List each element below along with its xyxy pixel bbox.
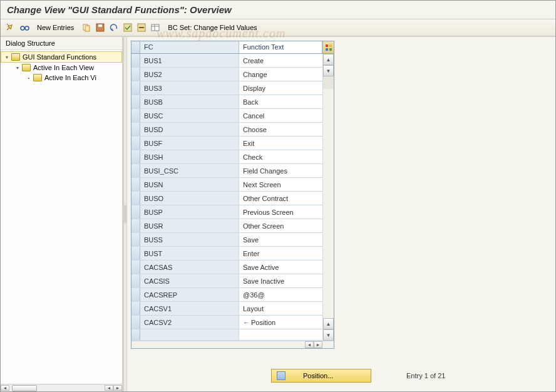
scroll-up-icon[interactable]: ▲ (323, 54, 334, 65)
grid-hscroll[interactable]: ◄ ► (131, 341, 334, 348)
cell-fc[interactable]: BUSI_CSC (140, 164, 239, 177)
table-row[interactable]: BUS2Change (131, 68, 334, 81)
table-row[interactable]: BUSBBack (131, 95, 334, 109)
table-row[interactable]: BUSOOther Contract (131, 192, 334, 205)
table-row[interactable]: CACSASSave Active (131, 260, 334, 274)
table-row[interactable]: BUSNNext Screen (131, 178, 334, 192)
row-selector[interactable] (131, 81, 140, 95)
table-settings-icon[interactable] (150, 23, 160, 33)
row-selector[interactable] (131, 164, 140, 177)
undo-icon[interactable] (109, 23, 119, 33)
cell-function-text[interactable]: Save Active (239, 260, 334, 274)
cell-function-text[interactable]: Field Changes (239, 164, 334, 177)
table-row[interactable]: BUSCCancel (131, 109, 334, 123)
row-selector[interactable] (131, 123, 140, 136)
table-row[interactable]: BUSHCheck (131, 150, 334, 164)
cell-fc[interactable]: BUSH (140, 150, 239, 163)
cell-fc[interactable]: BUS1 (140, 54, 239, 67)
row-selector[interactable] (131, 219, 140, 232)
cell-fc[interactable]: BUSR (140, 219, 239, 232)
cell-function-text[interactable]: Save (239, 233, 334, 246)
cell-function-text[interactable]: Check (239, 150, 334, 163)
copy-icon[interactable] (81, 23, 91, 33)
row-selector[interactable] (131, 178, 140, 191)
row-selector[interactable] (131, 233, 140, 246)
table-row[interactable]: BUSSSave (131, 233, 334, 247)
table-row[interactable]: BUSROther Screen (131, 219, 334, 233)
select-all-icon[interactable] (123, 23, 133, 33)
row-selector[interactable] (131, 288, 140, 301)
row-selector[interactable] (131, 137, 140, 150)
tree-node[interactable]: •Active In Each Vi (1, 73, 122, 83)
cell-fc[interactable]: BUSD (140, 123, 239, 136)
row-selector[interactable] (131, 68, 140, 81)
table-row[interactable]: BUS1Create (131, 54, 334, 68)
cell-fc[interactable]: BUSS (140, 233, 239, 246)
position-button[interactable]: Position... (271, 369, 371, 383)
scroll-down-icon[interactable]: ▼ (323, 329, 334, 341)
row-selector[interactable] (131, 316, 140, 329)
cell-fc[interactable]: BUSN (140, 178, 239, 191)
cell-fc[interactable]: BUSC (140, 109, 239, 122)
tree-node[interactable]: ▾Active In Each View (1, 63, 122, 73)
scroll-right-icon[interactable]: ► (314, 341, 322, 348)
cell-function-text[interactable]: Save Inactive (239, 274, 334, 287)
cell-function-text[interactable]: Other Contract (239, 192, 334, 205)
scroll-down-icon[interactable]: ▼ (323, 65, 334, 76)
row-selector[interactable] (131, 247, 140, 260)
cell-function-text[interactable]: ←Position (239, 316, 334, 329)
cell-fc[interactable]: BUSO (140, 192, 239, 205)
cell-function-text[interactable]: @36@ (239, 288, 334, 301)
row-selector[interactable] (131, 260, 140, 274)
cell-function-text[interactable]: Choose (239, 123, 334, 136)
cell-function-text[interactable]: Next Screen (239, 178, 334, 191)
table-config-icon[interactable] (322, 41, 334, 53)
deselect-all-icon[interactable] (136, 23, 147, 33)
cell-function-text[interactable]: Cancel (239, 109, 334, 122)
cell-fc[interactable]: CACSV1 (140, 302, 239, 315)
cell-fc[interactable]: BUSF (140, 137, 239, 150)
cell-function-text[interactable]: Change (239, 68, 334, 81)
cell-function-text[interactable]: Display (239, 81, 334, 95)
bc-set-button[interactable]: BC Set: Change Field Values (164, 24, 260, 31)
row-selector[interactable] (131, 302, 140, 315)
table-row[interactable]: CACSISSave Inactive (131, 274, 334, 288)
table-row[interactable]: BUSFExit (131, 137, 334, 150)
row-selector[interactable] (131, 54, 140, 67)
cell-function-text[interactable]: Exit (239, 137, 334, 150)
row-selector[interactable] (131, 150, 140, 163)
table-row[interactable]: BUSTEnter (131, 247, 334, 260)
cell-fc[interactable]: BUST (140, 247, 239, 260)
save-icon[interactable] (95, 23, 105, 33)
table-row[interactable]: BUS3Display (131, 81, 334, 95)
grid-vscroll[interactable]: ▲ ▼ ▲ ▼ (322, 54, 334, 341)
row-selector[interactable] (131, 205, 140, 219)
table-row[interactable]: BUSI_CSCField Changes (131, 164, 334, 178)
tree-expander-icon[interactable]: ▾ (4, 54, 10, 60)
cell-function-text[interactable]: Other Screen (239, 219, 334, 232)
sidebar-hscroll[interactable]: ◄ ◄ ► (1, 384, 122, 391)
new-entries-button[interactable]: New Entries (33, 24, 78, 31)
cell-function-text[interactable]: Create (239, 54, 334, 67)
tree-node[interactable]: ▾GUI Standard Functions (1, 51, 122, 63)
cell-function-text[interactable]: Enter (239, 247, 334, 260)
cell-fc[interactable]: CACSAS (140, 260, 239, 274)
cell-fc[interactable]: CACSV2 (140, 316, 239, 329)
cell-fc[interactable]: BUS3 (140, 81, 239, 95)
table-row[interactable]: BUSDChoose (131, 123, 334, 137)
cell-fc[interactable]: CACSREP (140, 288, 239, 301)
tree-expander-icon[interactable]: • (26, 75, 32, 81)
scroll-left-icon[interactable]: ◄ (305, 341, 314, 348)
row-selector[interactable] (131, 192, 140, 205)
row-selector[interactable] (131, 274, 140, 287)
cell-fc[interactable]: BUSP (140, 205, 239, 219)
col-header-ft[interactable]: Function Text (239, 41, 322, 53)
table-row[interactable]: BUSPPrevious Screen (131, 205, 334, 219)
glasses-icon[interactable] (19, 23, 29, 33)
cell-fc[interactable]: BUSB (140, 95, 239, 108)
table-row[interactable]: CACSREP @36@ (131, 288, 334, 302)
row-selector[interactable] (131, 109, 140, 122)
table-row[interactable]: CACSV1Layout (131, 302, 334, 316)
cell-fc[interactable]: BUS2 (140, 68, 239, 81)
col-header-fc[interactable]: FC (140, 41, 239, 53)
